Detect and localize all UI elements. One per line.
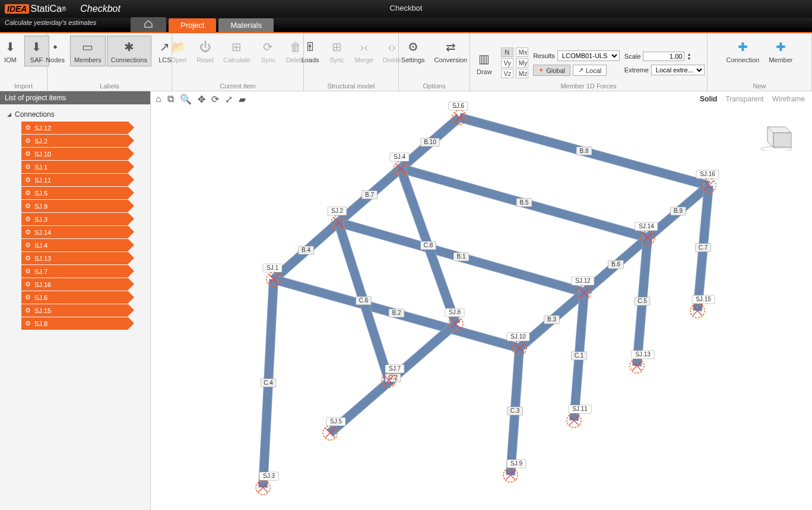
perspective-icon[interactable]: ▰ (239, 94, 246, 105)
home-icon (144, 20, 153, 28)
svg-text:SJ.5: SJ.5 (330, 418, 342, 425)
axes-icon: ↗ (578, 66, 583, 74)
extent-icon[interactable]: ⤢ (225, 94, 233, 105)
sliders-icon: 🎚 (302, 39, 319, 55)
power-icon: ⏻ (197, 39, 214, 55)
gear-icon: ⚙ (25, 241, 31, 249)
loads-button[interactable]: 🎚Loads (297, 36, 323, 66)
gear-icon: ⚙ (25, 294, 31, 301)
app-name: Checkbot (80, 4, 120, 14)
convert-icon: ⇄ (442, 39, 459, 55)
connection-item[interactable]: ⚙SJ.2 (21, 135, 128, 147)
force-vy[interactable]: Vy (501, 58, 513, 68)
sidebar-title: List of project items (0, 91, 150, 104)
view-cube[interactable] (759, 121, 794, 151)
scale-up[interactable]: ▲ (687, 52, 691, 56)
global-toggle[interactable]: ✦Global (533, 65, 570, 76)
svg-text:SJ.14: SJ.14 (639, 223, 654, 230)
logo-reg: ® (62, 6, 66, 12)
gear-icon: ⚙ (25, 124, 31, 132)
nodes-button[interactable]: •Nodes (42, 36, 69, 66)
svg-text:B.5: B.5 (519, 199, 528, 206)
svg-text:C.3: C.3 (510, 407, 520, 414)
force-n[interactable]: N (501, 47, 513, 57)
new-member-button[interactable]: ✚Member (765, 36, 797, 66)
connection-item[interactable]: ⚙SJ.3 (21, 213, 128, 225)
connection-item[interactable]: ⚙SJ.15 (21, 304, 128, 317)
ribbon: ⬇IOM ⬇SAF Import •Nodes ▭Members ✱Connec… (0, 33, 812, 91)
scale-label: Scale (624, 53, 641, 60)
settings-button[interactable]: ⚙Settings (397, 36, 429, 66)
connection-item[interactable]: ⚙SJ.6 (21, 291, 128, 304)
sync-item-button: ⟳Sync (256, 36, 281, 66)
rotate-icon[interactable]: ⟳ (211, 94, 219, 105)
scale-down[interactable]: ▼ (687, 56, 691, 60)
reset-button: ⏻Reset (192, 36, 218, 66)
svg-text:SJ.7: SJ.7 (389, 365, 401, 372)
gear-icon: ⚙ (25, 215, 31, 223)
tab-home[interactable] (131, 17, 166, 32)
draw-icon: ▥ (476, 50, 493, 67)
connection-item[interactable]: ⚙SJ.1 (21, 161, 128, 173)
mode-solid[interactable]: Solid (700, 95, 717, 103)
connection-item[interactable]: ⚙SJ.14 (21, 226, 128, 238)
svg-text:SJ.6: SJ.6 (452, 103, 464, 109)
svg-text:B.4: B.4 (302, 247, 310, 253)
svg-text:B.2: B.2 (392, 310, 401, 316)
tab-strip: Project Materials (0, 18, 812, 33)
connection-item[interactable]: ⚙SJ.13 (21, 252, 128, 264)
svg-text:B.7: B.7 (365, 192, 374, 198)
scale-input[interactable] (643, 52, 684, 61)
connection-item[interactable]: ⚙SJ.12 (21, 122, 128, 134)
connection-item[interactable]: ⚙SJ.11 (21, 174, 128, 186)
tagline: Calculate yesterday's estimates (5, 19, 96, 26)
tree-connections[interactable]: Connections (2, 108, 148, 121)
import-iom-button[interactable]: ⬇IOM (0, 36, 23, 66)
extreme-select[interactable]: Local extre... (651, 65, 705, 75)
pan-icon[interactable]: ✥ (198, 94, 205, 105)
connection-item[interactable]: ⚙SJ.7 (21, 265, 128, 278)
group-options-label: Options (399, 82, 470, 90)
connections-button[interactable]: ✱Connections (107, 36, 151, 66)
sync-icon: ⟳ (260, 39, 277, 55)
connection-item[interactable]: ⚙SJ.5 (21, 187, 128, 199)
results-select[interactable]: LCOMB01-ULS (557, 50, 620, 61)
app-header: IDEA StatiCa ® Checkbot Checkbot (0, 0, 812, 18)
home-view-icon[interactable]: ⌂ (156, 94, 161, 105)
connection-plus-icon: ✚ (734, 39, 751, 55)
tab-materials[interactable]: Materials (218, 18, 274, 32)
viewport-3d[interactable]: ⌂ ⧉ 🔍 ✥ ⟳ ⤢ ▰ Solid Transparent Wirefram… (151, 91, 812, 510)
force-my[interactable]: My (516, 58, 528, 68)
zoom-icon[interactable]: 🔍 (180, 94, 192, 105)
connection-item[interactable]: ⚙SJ.4 (21, 239, 128, 251)
connection-item[interactable]: ⚙SJ.10 (21, 148, 128, 160)
group-labels-label: Labels (47, 82, 172, 90)
force-mz[interactable]: Mz (516, 69, 528, 78)
svg-text:SJ.16: SJ.16 (700, 171, 715, 177)
view-toolbar: ⌂ ⧉ 🔍 ✥ ⟳ ⤢ ▰ (156, 94, 246, 105)
axes-icon: ✦ (538, 66, 544, 74)
local-toggle[interactable]: ↗Local (573, 65, 607, 76)
member-plus-icon: ✚ (772, 39, 789, 55)
draw-button[interactable]: ▥Draw (472, 47, 496, 78)
connection-item[interactable]: ⚙SJ.16 (21, 278, 128, 291)
conversion-button[interactable]: ⇄Conversion (430, 36, 472, 66)
group-import-label: Import (0, 82, 47, 90)
connection-item[interactable]: ⚙SJ.8 (21, 317, 128, 330)
connection-item[interactable]: ⚙SJ.9 (21, 200, 128, 212)
group-current-label: Current item (172, 82, 303, 90)
logo-idea: IDEA (5, 4, 29, 14)
svg-text:B.6: B.6 (611, 261, 620, 267)
tab-project[interactable]: Project (169, 18, 216, 32)
svg-text:SJ.12: SJ.12 (575, 278, 591, 284)
svg-text:C.7: C.7 (699, 244, 708, 251)
new-connection-button[interactable]: ✚Connection (722, 36, 764, 66)
zoom-window-icon[interactable]: ⧉ (167, 94, 174, 105)
force-mx[interactable]: Mx (516, 47, 528, 57)
mode-transparent[interactable]: Transparent (725, 95, 763, 103)
group-forces-label: Member 1D Forces (470, 82, 707, 90)
force-vz[interactable]: Vz (501, 69, 513, 78)
members-button[interactable]: ▭Members (70, 36, 106, 66)
gear-icon: ⚙ (25, 280, 31, 288)
mode-wireframe[interactable]: Wireframe (772, 95, 805, 103)
